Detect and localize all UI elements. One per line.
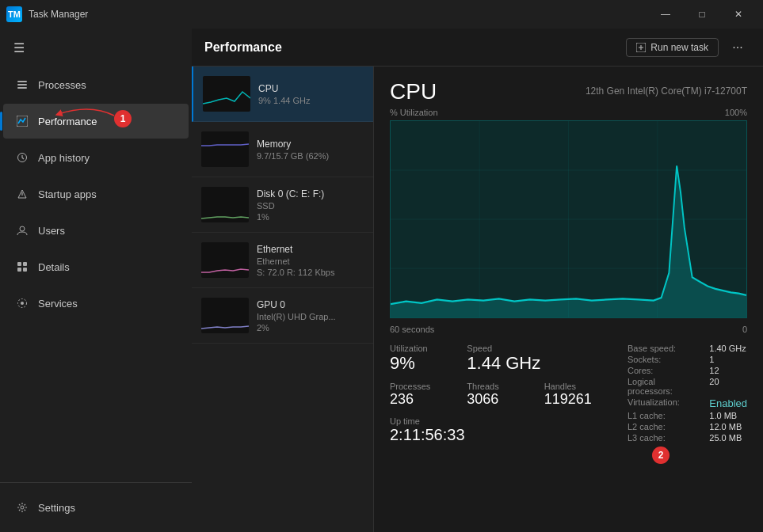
minimize-button[interactable]: —: [647, 0, 684, 28]
sidebar-item-details[interactable]: Details: [3, 249, 189, 284]
l3-cache-value: 25.0 MB: [709, 433, 747, 443]
performance-content: CPU 9% 1.44 GHz Memory 9.7/15.7 GB (62%): [192, 66, 763, 532]
settings-icon: [16, 501, 29, 514]
ethernet-device-sub1: Ethernet: [257, 256, 364, 266]
svg-rect-10: [17, 268, 21, 272]
threads-block: Threads 3066: [467, 382, 534, 408]
disk-device-name: Disk 0 (C: E: F:): [257, 188, 364, 200]
sidebar-item-startup-apps[interactable]: Startup apps: [3, 177, 189, 211]
ethernet-device-sub2: S: 72.0 R: 112 Kbps: [257, 268, 364, 277]
handles-block: Handles 119261: [544, 382, 612, 408]
disk-device-sub1: SSD: [257, 201, 364, 211]
l2-cache-label: L2 cache:: [628, 422, 696, 431]
speed-block: Speed 1.44 GHz: [467, 344, 612, 374]
cores-label: Cores:: [628, 366, 696, 375]
processes-label: Processes: [390, 382, 457, 391]
cpu-title: CPU: [390, 79, 437, 104]
device-item-gpu[interactable]: GPU 0 Intel(R) UHD Grap... 2%: [192, 288, 373, 344]
run-task-label: Run new task: [650, 42, 708, 53]
cpu-device-sub: 9% 1.44 GHz: [258, 96, 364, 105]
l1-cache-label: L1 cache:: [628, 411, 696, 420]
virtualization-label: Virtualization:: [628, 397, 696, 409]
cpu-detail-panel: 2 CPU 12th Gen Intel(R) Core(TM) i7-1270…: [374, 66, 763, 532]
memory-device-name: Memory: [257, 139, 364, 150]
disk-mini-chart-svg: [201, 187, 249, 222]
time-label: 60 seconds 0: [390, 325, 747, 334]
memory-mini-chart: [201, 131, 249, 167]
more-options-button[interactable]: ···: [725, 35, 750, 60]
speed-value: 1.44 GHz: [467, 353, 612, 374]
cores-value: 12: [709, 366, 747, 375]
titlebar: TM Task Manager — □ ✕: [0, 0, 763, 28]
utilization-label: Utilization: [390, 344, 457, 353]
right-info: Base speed: 1.40 GHz Sockets: 1 Cores: 1…: [628, 344, 747, 444]
time-right-label: 0: [742, 325, 747, 334]
app-history-icon: [16, 151, 29, 164]
utilization-block: Utilization 9%: [390, 344, 457, 374]
sidebar-item-users[interactable]: Users: [3, 213, 189, 248]
cpu-header: CPU 12th Gen Intel(R) Core(TM) i7-12700T: [390, 79, 747, 104]
sidebar-item-settings[interactable]: Settings: [3, 490, 189, 525]
main-container: ☰ Processes Performance 1: [0, 28, 763, 532]
sidebar-bottom: Settings: [0, 482, 192, 532]
logical-processors-value: 20: [709, 377, 747, 396]
sidebar-item-services-label: Services: [38, 298, 78, 310]
speed-label: Speed: [467, 344, 612, 353]
sidebar-nav: Processes Performance 1 App hist: [0, 66, 192, 482]
page-title: Performance: [204, 40, 282, 55]
sidebar-item-app-history[interactable]: App history: [3, 140, 189, 175]
cpu-chart-container: [390, 120, 747, 318]
l1-cache-value: 1.0 MB: [709, 411, 747, 420]
device-item-memory[interactable]: Memory 9.7/15.7 GB (62%): [192, 122, 373, 177]
memory-device-info: Memory 9.7/15.7 GB (62%): [257, 139, 364, 161]
gpu-device-sub2: 2%: [257, 323, 364, 332]
close-button[interactable]: ✕: [720, 0, 757, 28]
sidebar-item-settings-label: Settings: [38, 502, 75, 514]
ethernet-device-info: Ethernet Ethernet S: 72.0 R: 112 Kbps: [257, 244, 364, 277]
cpu-util-label: % Utilization 100%: [390, 108, 747, 117]
device-item-disk[interactable]: Disk 0 (C: E: F:) SSD 1%: [192, 177, 373, 233]
ethernet-mini-chart: [201, 242, 249, 278]
l3-cache-label: L3 cache:: [628, 433, 696, 443]
annotation-badge-2: 2: [652, 446, 670, 464]
run-new-task-button[interactable]: Run new task: [626, 38, 719, 57]
disk-device-info: Disk 0 (C: E: F:) SSD 1%: [257, 188, 364, 222]
svg-rect-8: [17, 262, 21, 266]
titlebar-controls: — □ ✕: [647, 0, 757, 28]
gpu-device-name: GPU 0: [257, 299, 364, 310]
titlebar-title: Task Manager: [29, 9, 88, 20]
services-icon: [16, 297, 29, 310]
sidebar-item-apphistory-label: App history: [38, 152, 90, 164]
content-area: Performance Run new task ···: [192, 28, 763, 532]
hamburger-button[interactable]: ☰: [3, 32, 35, 63]
gpu-device-sub1: Intel(R) UHD Grap...: [257, 312, 364, 321]
cpu-chart-svg: [391, 121, 746, 317]
titlebar-left: TM Task Manager: [6, 6, 88, 22]
utilization-value: 9%: [390, 353, 457, 374]
svg-rect-11: [23, 268, 27, 272]
handles-label: Handles: [544, 382, 612, 391]
startup-apps-icon: [16, 188, 29, 200]
uptime-label: Up time: [390, 416, 612, 426]
base-speed-label: Base speed:: [628, 344, 696, 353]
run-task-icon: [636, 43, 646, 52]
gpu-mini-chart: [201, 298, 249, 333]
threads-label: Threads: [467, 382, 534, 391]
users-icon: [16, 224, 29, 237]
device-item-cpu[interactable]: CPU 9% 1.44 GHz: [192, 66, 373, 122]
gpu-device-info: GPU 0 Intel(R) UHD Grap... 2%: [257, 299, 364, 332]
sidebar-item-performance[interactable]: Performance 1: [3, 104, 189, 139]
device-item-ethernet[interactable]: Ethernet Ethernet S: 72.0 R: 112 Kbps: [192, 233, 373, 288]
bottom-section: Utilization 9% Speed 1.44 GHz Processes: [390, 344, 747, 444]
time-left-label: 60 seconds: [390, 325, 434, 334]
sidebar: ☰ Processes Performance 1: [0, 28, 192, 532]
device-list: CPU 9% 1.44 GHz Memory 9.7/15.7 GB (62%): [192, 66, 374, 532]
cpu-mini-chart-svg: [203, 76, 250, 112]
maximize-button[interactable]: □: [684, 0, 720, 28]
disk-mini-chart: [201, 187, 249, 222]
sidebar-item-services[interactable]: Services: [3, 286, 189, 321]
ethernet-device-name: Ethernet: [257, 244, 364, 255]
sockets-label: Sockets:: [628, 355, 696, 364]
app-icon: TM: [6, 6, 22, 22]
sidebar-item-processes[interactable]: Processes: [3, 67, 189, 102]
